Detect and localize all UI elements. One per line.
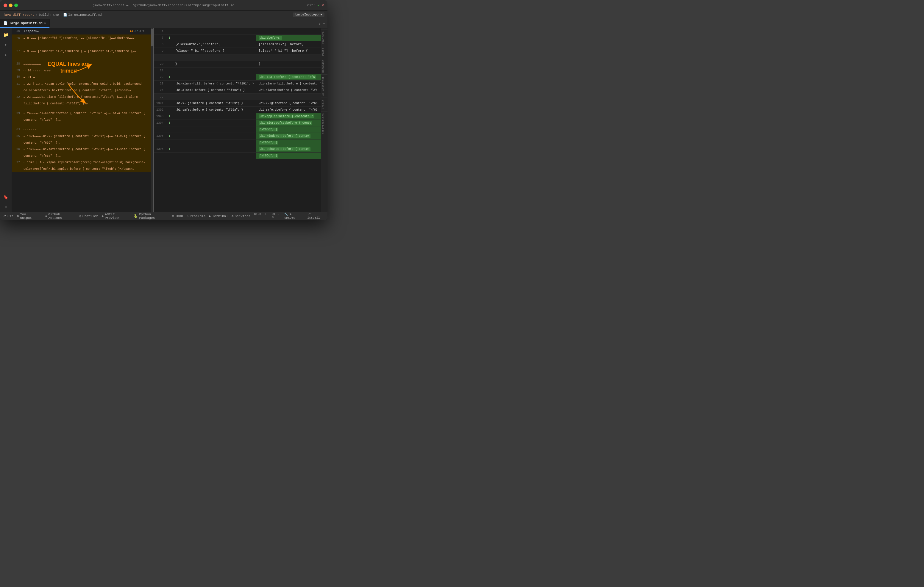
diff-right: "\f65c"; } xyxy=(256,152,321,159)
highlight-cell-1395b: "\f65e"; } xyxy=(259,141,278,145)
highlight-cell-1394b: "\f65d"; } xyxy=(259,128,278,132)
toolbar-tool-output[interactable]: ⚙ Tool Output xyxy=(17,213,42,220)
line-content-27: ↵ 9 ↵↵↵ [class*=" bi-"]::before { ↵ [cla… xyxy=(22,48,151,55)
diff-marker xyxy=(166,152,173,159)
breadcrumb-sep1: › xyxy=(36,13,38,16)
diff-num xyxy=(154,126,166,133)
toolbar-git[interactable]: ⎇ Git xyxy=(2,214,13,218)
toolbar-github-actions[interactable]: ● GitHub Actions xyxy=(45,213,76,220)
editor-area: 25 </span>↵ 26 ↵ 8 ↵↵↵ [class^="bi-"]::b… xyxy=(12,28,327,212)
left-scroll-thumb[interactable] xyxy=(151,28,153,46)
maximize-button[interactable] xyxy=(14,3,18,7)
line-num-31: 31 xyxy=(12,81,22,87)
diff-separator-2: ... xyxy=(154,94,321,100)
right-sidebar-plots[interactable]: Plots xyxy=(321,46,327,58)
breadcrumb-build[interactable]: build xyxy=(39,13,48,16)
diff-left: .bi-alarm-fill::before { content: "\f101… xyxy=(173,80,256,87)
highlight-cell-1396b: "\f65c"; } xyxy=(259,154,278,158)
diff-row-1392: 1392 .bi-safe::before { content: "\f65a"… xyxy=(154,107,321,113)
minimize-button[interactable] xyxy=(9,3,13,7)
diff-marker xyxy=(166,126,173,133)
breadcrumb-actions: LargeInputApp ▼ xyxy=(293,13,325,17)
code-line-37: 37 ↵ 1393 | I↵↵ <span style="color:green… xyxy=(12,159,151,172)
diff-sep-content2 xyxy=(166,94,321,100)
terminal-icon: ▶ xyxy=(209,214,211,218)
right-sidebar-plantuml[interactable]: PlantUML xyxy=(321,29,327,46)
breadcrumb-file[interactable]: 📄 largeInputDiff.md xyxy=(63,13,102,16)
status-right: 8:26 LF UTF-8 🔧 4 spaces ⎇ issue11 xyxy=(254,213,325,219)
right-sidebar-notifications[interactable]: Notifications xyxy=(321,111,327,136)
toolbar-terminal[interactable]: ▶ Terminal xyxy=(209,214,228,218)
diff-row-23: 23 .bi-alarm-fill::before { content: "\f… xyxy=(154,80,321,87)
git-icon: ⎇ xyxy=(2,214,6,218)
sidebar-item-structure[interactable]: ≡ xyxy=(2,203,10,212)
diff-marker: I xyxy=(166,113,173,120)
diff-left xyxy=(173,126,256,133)
line-num-36: 36 xyxy=(12,146,22,153)
breadcrumb-project[interactable]: java-diff-report xyxy=(3,13,35,16)
tab-largeInputDiff[interactable]: 📄 largeInputDiff.md ✕ xyxy=(0,19,50,28)
breadcrumb-tmp[interactable]: tmp xyxy=(53,13,59,16)
diff-num: 1392 xyxy=(154,107,166,113)
git-label: Git: xyxy=(307,3,315,7)
code-line-34: 34 ↵↵↵↵↵↵↵ xyxy=(12,126,151,133)
nav-up-icon[interactable]: ∧ xyxy=(139,29,141,33)
toolbar-antlr[interactable]: ◈ ANTLR Preview xyxy=(102,213,130,220)
code-line-36: 36 ↵ 1392↵↵↵↵.bi-safe::before { content:… xyxy=(12,146,151,159)
diff-num xyxy=(154,139,166,146)
sidebar-item-bookmarks[interactable]: 🔖 xyxy=(2,193,10,202)
diff-left: .bi-x-lg::before { content: "\f659"; } xyxy=(173,100,256,107)
services-icon: ⚙ xyxy=(232,214,234,218)
diff-marker: I xyxy=(166,146,173,152)
right-sidebar-ai[interactable]: AI Assistant xyxy=(321,74,327,97)
change-count-add: ▲1 xyxy=(130,30,134,33)
sidebar-item-pull-requests[interactable]: ⬇ xyxy=(2,51,10,59)
code-line-29: 29 ↵ 20 ↵↵↵↵ }↵↵↵ xyxy=(12,67,151,74)
main-layout: 📁 ⬆ ⬇ 🔖 ≡ 25 </span>↵ 26 ↵ 8 ↵↵↵ [cla xyxy=(0,28,327,212)
diff-num: 7 xyxy=(154,35,166,41)
diff-num: ... xyxy=(154,54,166,61)
right-sidebar-database[interactable]: Database xyxy=(321,58,327,74)
diff-left xyxy=(173,35,256,41)
diff-row-20: 20 } } xyxy=(154,61,321,67)
right-sidebar-gradle[interactable]: Gradle xyxy=(321,97,327,111)
toolbar-services[interactable]: ⚙ Services xyxy=(232,214,250,218)
tab-close-button[interactable]: ✕ xyxy=(44,21,46,25)
diff-row-1394: 1394 I .bi-microsoft::before { conte xyxy=(154,120,321,126)
nav-down-icon[interactable]: ∨ xyxy=(142,29,144,33)
close-button[interactable] xyxy=(3,3,7,7)
line-content-37: ↵ 1393 | I↵↵ <span style="color:green;↵f… xyxy=(22,159,151,173)
toolbar-todo[interactable]: ≡ TODO xyxy=(172,214,183,218)
diff-left xyxy=(173,74,256,80)
diff-marker: I xyxy=(166,120,173,126)
diff-left: .bi-alarm::before { content: "\f102"; } xyxy=(173,87,256,94)
run-app-button[interactable]: LargeInputApp ▼ xyxy=(293,13,325,17)
diff-left xyxy=(173,120,256,126)
diff-num xyxy=(154,152,166,159)
diff-num: 1396 xyxy=(154,146,166,152)
diff-row-1391: 1391 .bi-x-lg::before { content: "\f659"… xyxy=(154,100,321,107)
diff-marker xyxy=(166,28,173,35)
diff-num: 23 xyxy=(154,80,166,87)
status-line-ending: LF xyxy=(265,213,268,219)
tab-collapse-button[interactable]: − xyxy=(323,21,325,26)
diff-marker xyxy=(166,80,173,87)
tab-bar: 📄 largeInputDiff.md ✕ ⋮ − xyxy=(0,19,327,28)
diff-num: 1393 xyxy=(154,113,166,120)
diff-marker: I xyxy=(166,133,173,139)
diff-marker: I xyxy=(166,74,173,80)
tab-icon: 📄 xyxy=(3,21,8,25)
diff-right: "\f65e"; } xyxy=(256,139,321,146)
diff-left: [class^="bi-"]::before, xyxy=(173,41,256,48)
left-scrollbar[interactable] xyxy=(151,28,153,212)
window-controls[interactable] xyxy=(3,3,18,7)
toolbar-problems[interactable]: ⚠ Problems xyxy=(186,214,205,218)
line-num-27: 27 xyxy=(12,48,22,55)
highlight-cell-22: .bi-123::before { content: "\f6 xyxy=(259,75,316,79)
code-line-26: 26 ↵ 8 ↵↵↵ [class^="bi-"]::before, ↵↵ [c… xyxy=(12,35,151,48)
sidebar-item-commit[interactable]: ⬆ xyxy=(2,40,10,49)
tab-more-button[interactable]: ⋮ xyxy=(317,21,322,26)
sidebar-item-project[interactable]: 📁 xyxy=(2,30,10,39)
toolbar-python[interactable]: 🐍 Python Packages xyxy=(134,213,168,220)
toolbar-profiler[interactable]: ◎ Profiler xyxy=(79,214,98,218)
